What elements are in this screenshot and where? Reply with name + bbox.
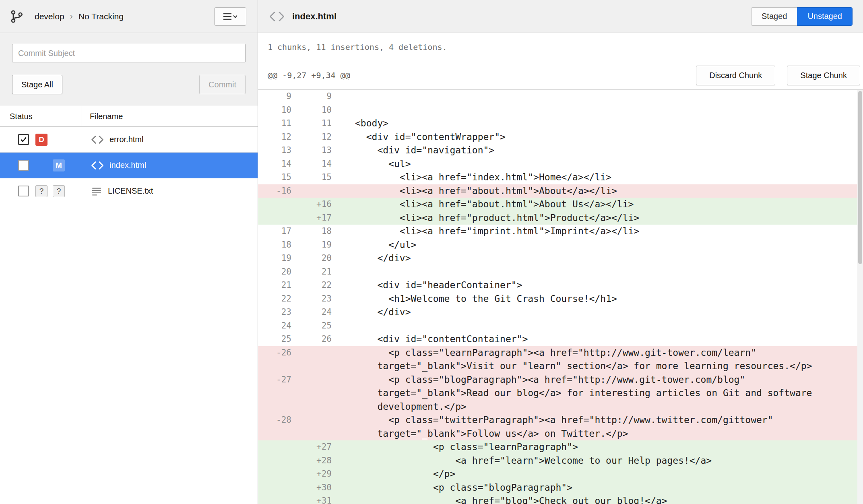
commit-button[interactable]: Commit bbox=[199, 75, 246, 94]
file-row[interactable]: Mindex.html bbox=[0, 153, 258, 178]
status-column-header[interactable]: Status bbox=[0, 106, 81, 126]
code-line-text bbox=[341, 319, 863, 333]
new-line-number: 26 bbox=[300, 333, 341, 346]
code-line-text: <a href="blog">Check out our blog!</a> bbox=[341, 494, 863, 504]
diff-line[interactable]: +27 <p class="learnParagraph"> bbox=[258, 440, 863, 454]
code-line-text: <p class="twitterParagraph"><a href="htt… bbox=[341, 413, 863, 440]
old-line-number: 15 bbox=[258, 171, 300, 184]
new-line-number: 20 bbox=[300, 252, 341, 265]
branch-menu-button[interactable] bbox=[214, 7, 246, 26]
old-line-number: 9 bbox=[258, 90, 300, 103]
diff-line[interactable]: +17 <li><a href="product.html">Product</… bbox=[258, 211, 863, 225]
diff-line[interactable]: 1111<body> bbox=[258, 117, 863, 130]
file-row[interactable]: Derror.html bbox=[0, 127, 258, 153]
diff-line[interactable]: 99 bbox=[258, 90, 863, 103]
diff-line[interactable]: -28 <p class="twitterParagraph"><a href=… bbox=[258, 413, 863, 440]
diff-scrollbar[interactable] bbox=[857, 90, 863, 504]
code-line-text bbox=[341, 265, 863, 279]
file-title: index.html bbox=[292, 11, 337, 22]
diff-view: 9910101111<body>1212 <div id="contentWra… bbox=[258, 90, 863, 504]
diff-line[interactable]: 1010 bbox=[258, 103, 863, 117]
diff-line[interactable]: +28 <a href="learn">Welcome to our Help … bbox=[258, 454, 863, 468]
diff-header: index.html Staged Unstaged bbox=[258, 0, 863, 33]
code-line-text: <li><a href="imprint.html">Imprint</a></… bbox=[341, 225, 863, 238]
diff-line[interactable]: 1718 <li><a href="imprint.html">Imprint<… bbox=[258, 225, 863, 238]
code-file-icon bbox=[91, 160, 104, 171]
diff-line[interactable]: 2122 <div id="headerContainer"> bbox=[258, 279, 863, 292]
diff-line[interactable]: 1819 </ul> bbox=[258, 238, 863, 252]
diff-line[interactable]: 2425 bbox=[258, 319, 863, 333]
stage-chunk-button[interactable]: Stage Chunk bbox=[787, 66, 860, 85]
status-badge-deleted: D bbox=[35, 134, 47, 146]
file-row[interactable]: ??LICENSE.txt bbox=[0, 178, 258, 204]
diff-line[interactable]: 1313 <div id="navigation"> bbox=[258, 144, 863, 157]
diff-line[interactable]: 1212 <div id="contentWrapper"> bbox=[258, 130, 863, 144]
diff-line[interactable]: 2223 <h1>Welcome to the Git Crash Course… bbox=[258, 292, 863, 306]
status-badge-slot: ? bbox=[53, 185, 65, 197]
code-line-text bbox=[341, 103, 863, 117]
code-line-text: <li><a href="product.html">Product</a></… bbox=[341, 211, 863, 225]
staged-tab[interactable]: Staged bbox=[751, 7, 797, 26]
diff-line[interactable]: 2324 </div> bbox=[258, 306, 863, 319]
code-line-text: </p> bbox=[341, 467, 863, 481]
status-badge-slot bbox=[53, 134, 65, 146]
old-line-number: -26 bbox=[258, 346, 300, 373]
code-line-text: <p class="blogParagraph"><a href="http:/… bbox=[341, 373, 863, 414]
diff-line[interactable]: -27 <p class="blogParagraph"><a href="ht… bbox=[258, 373, 863, 414]
stage-all-button[interactable]: Stage All bbox=[12, 75, 62, 94]
old-line-number: -16 bbox=[258, 184, 300, 198]
code-line-text: <div id="contentContainer"> bbox=[341, 333, 863, 346]
diff-panel: index.html Staged Unstaged 1 chunks, 11 … bbox=[258, 0, 863, 504]
code-line-text: <p class="blogParagraph"> bbox=[341, 481, 863, 495]
status-badge-modified: M bbox=[53, 159, 65, 171]
diff-lines: 9910101111<body>1212 <div id="contentWra… bbox=[258, 90, 863, 504]
old-line-number: 22 bbox=[258, 292, 300, 306]
file-checkbox[interactable] bbox=[18, 160, 29, 171]
code-line-text: <div id="contentWrapper"> bbox=[341, 130, 863, 144]
discard-chunk-button[interactable]: Discard Chunk bbox=[696, 66, 775, 85]
file-checkbox[interactable] bbox=[18, 134, 29, 145]
old-line-number bbox=[258, 467, 300, 481]
code-line-text: <li><a href="about.html">About</a></li> bbox=[341, 184, 863, 198]
diff-line[interactable]: 2021 bbox=[258, 265, 863, 279]
diff-summary: 1 chunks, 11 insertions, 4 deletions. bbox=[268, 42, 447, 52]
old-line-number: 23 bbox=[258, 306, 300, 319]
code-file-icon bbox=[91, 134, 104, 145]
commit-section: Stage All Commit bbox=[0, 33, 258, 106]
diff-line[interactable]: +29 </p> bbox=[258, 467, 863, 481]
new-line-number: 9 bbox=[300, 90, 341, 103]
file-status-cell: M bbox=[0, 159, 81, 171]
new-line-number: +30 bbox=[300, 481, 341, 495]
file-status-cell: D bbox=[0, 134, 81, 146]
diff-line[interactable]: 1515 <li><a href="index.html">Home</a></… bbox=[258, 171, 863, 184]
old-line-number: 13 bbox=[258, 144, 300, 157]
old-line-number: -27 bbox=[258, 373, 300, 414]
new-line-number: 25 bbox=[300, 319, 341, 333]
diff-line[interactable]: 2526 <div id="contentContainer"> bbox=[258, 333, 863, 346]
code-line-text: <h1>Welcome to the Git Crash Course!</h1… bbox=[341, 292, 863, 306]
code-line-text: <a href="learn">Welcome to our Help page… bbox=[341, 454, 863, 468]
diff-line[interactable]: 1920 </div> bbox=[258, 252, 863, 265]
git-branch-icon bbox=[10, 9, 24, 24]
chunk-bar: @@ -9,27 +9,34 @@ Discard Chunk Stage Ch… bbox=[258, 61, 863, 90]
old-line-number: 14 bbox=[258, 157, 300, 171]
diff-line[interactable]: -16 <li><a href="about.html">About</a></… bbox=[258, 184, 863, 198]
diff-line[interactable]: +16 <li><a href="about.html">About Us</a… bbox=[258, 198, 863, 211]
unstaged-tab[interactable]: Unstaged bbox=[797, 7, 853, 26]
app-window: develop › No Tracking Stage All Commit S… bbox=[0, 0, 863, 504]
commit-subject-input[interactable] bbox=[12, 44, 246, 62]
scrollbar-thumb[interactable] bbox=[858, 91, 862, 264]
branch-name[interactable]: develop bbox=[35, 12, 64, 21]
diff-line[interactable]: 1414 <ul> bbox=[258, 157, 863, 171]
diff-line[interactable]: +31 <a href="blog">Check out our blog!</… bbox=[258, 494, 863, 504]
new-line-number: 10 bbox=[300, 103, 341, 117]
file-list: Derror.htmlMindex.html??LICENSE.txt bbox=[0, 127, 258, 204]
code-line-text: <li><a href="index.html">Home</a></li> bbox=[341, 171, 863, 184]
diff-line[interactable]: -26 <p class="learnParagraph"><a href="h… bbox=[258, 346, 863, 373]
file-checkbox[interactable] bbox=[18, 186, 29, 196]
filename-column-header[interactable]: Filename bbox=[81, 106, 258, 126]
tracking-status[interactable]: No Tracking bbox=[78, 12, 124, 21]
new-line-number: 12 bbox=[300, 130, 341, 144]
new-line-number: +17 bbox=[300, 211, 341, 225]
diff-line[interactable]: +30 <p class="blogParagraph"> bbox=[258, 481, 863, 495]
